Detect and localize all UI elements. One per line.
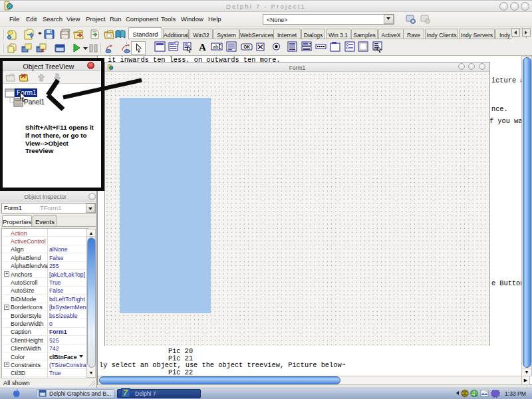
svg-text:A: A <box>199 42 206 53</box>
svg-text:ab: ab <box>213 43 219 50</box>
svg-text:OK: OK <box>243 45 250 49</box>
